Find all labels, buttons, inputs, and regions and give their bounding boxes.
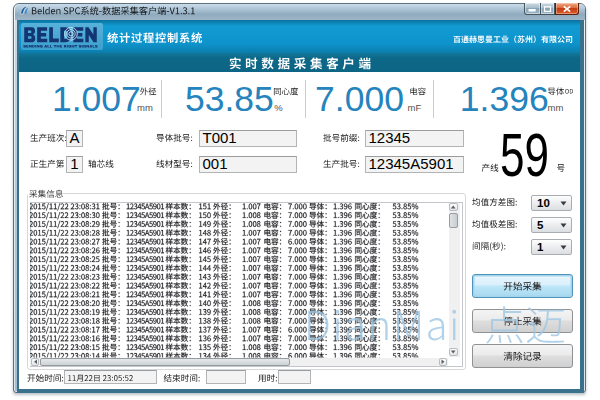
svg-text:A: A (69, 129, 79, 146)
svg-text:59: 59 (500, 121, 549, 189)
svg-text:%: % (274, 102, 283, 113)
svg-text:12345A5901: 12345A5901 (369, 155, 454, 172)
svg-text:mm: mm (548, 102, 564, 113)
svg-text:mm: mm (137, 102, 153, 113)
svg-text:1.396: 1.396 (460, 79, 549, 119)
svg-text:7.000: 7.000 (315, 79, 404, 119)
svg-text:T001: T001 (203, 129, 237, 146)
svg-text:53.85: 53.85 (185, 79, 274, 119)
svg-text:5: 5 (537, 219, 544, 231)
svg-text:1: 1 (70, 155, 78, 172)
svg-text:1: 1 (537, 241, 544, 253)
svg-text:mF: mF (408, 102, 422, 113)
svg-text:10: 10 (537, 197, 550, 209)
svg-text:001: 001 (203, 155, 228, 172)
svg-text:1.007: 1.007 (52, 79, 141, 119)
svg-text:12345: 12345 (369, 129, 411, 146)
